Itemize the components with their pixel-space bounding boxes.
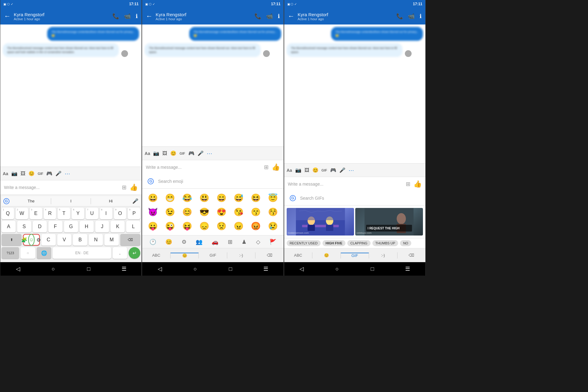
toolbar-emoji-1[interactable]: 😊 [28, 171, 35, 176]
emoji-bottom-abc[interactable]: ABC [142, 253, 170, 258]
info-icon-1[interactable]: ℹ [136, 13, 138, 20]
emoji-19[interactable]: 😞 [196, 219, 213, 233]
key-comma-bottom[interactable]: ○ [21, 247, 35, 259]
video-icon-3[interactable]: 📹 [408, 13, 415, 20]
message-input-3[interactable]: Write a message... [288, 182, 403, 187]
key-S[interactable]: S [17, 221, 31, 232]
message-like-2[interactable]: 👍 [272, 163, 280, 171]
nav-square-2[interactable]: □ [224, 263, 237, 275]
emoji-bottom-gif[interactable]: GIF [199, 253, 227, 258]
gif-tag-no[interactable]: NO [400, 240, 411, 246]
key-puzzle[interactable]: 🧩 [21, 234, 27, 246]
emoji-14[interactable]: 😙 [247, 205, 264, 219]
nav-home-3[interactable]: ○ [331, 263, 343, 275]
key-G[interactable]: G [64, 221, 78, 232]
gif-tag-recently[interactable]: RECENTLY USED [287, 240, 321, 246]
emoji-15[interactable]: 😚 [265, 205, 281, 219]
emoji-11[interactable]: 😎 [196, 205, 213, 219]
toolbar-more-1[interactable]: ⋯ [65, 170, 70, 177]
emoji-9[interactable]: 😉 [162, 205, 178, 219]
toolbar-more-2[interactable]: ⋯ [207, 150, 212, 157]
key-globe[interactable]: 🌐 [37, 247, 51, 259]
message-like-1[interactable]: 👍 [130, 183, 138, 191]
emoji-0[interactable]: 😀 [145, 191, 161, 205]
gif-bottom-gif[interactable]: GIF [341, 253, 369, 258]
key-Q[interactable]: 1Q [2, 208, 14, 219]
emoji-20[interactable]: 😟 [213, 219, 230, 233]
cat-people[interactable]: 👥 [196, 239, 202, 245]
info-icon-3[interactable]: ℹ [420, 13, 422, 20]
key-emoji-highlighted[interactable]: ☺ [28, 234, 34, 246]
toolbar-gif-1[interactable]: GIF [38, 172, 43, 175]
key-D[interactable]: D [33, 221, 47, 232]
call-icon-2[interactable]: 📞 [254, 13, 261, 20]
key-gear[interactable]: ⚙ [36, 234, 42, 246]
back-button-3[interactable]: ← [288, 12, 295, 20]
emoji-16[interactable]: 😛 [145, 219, 161, 233]
toolbar-game-3[interactable]: 🎮 [330, 167, 336, 173]
emoji-bottom-emoji[interactable]: 😊 [171, 253, 198, 258]
emoji-7[interactable]: 😇 [265, 191, 281, 205]
emoji-17[interactable]: 😜 [162, 219, 178, 233]
key-space[interactable]: EN · DE [53, 247, 111, 259]
emoji-13[interactable]: 😘 [230, 205, 247, 219]
cat-faces[interactable]: 😊 [165, 239, 172, 245]
emoji-10[interactable]: 😊 [179, 205, 195, 219]
cat-settings[interactable]: ⚙ [182, 239, 187, 245]
gif-bottom-emoji[interactable]: 😊 [312, 253, 340, 258]
toolbar-emoji-2[interactable]: 😊 [170, 150, 176, 156]
toolbar-camera-3[interactable]: 📷 [295, 167, 301, 173]
cat-flag[interactable]: 🚩 [270, 239, 276, 245]
key-backspace[interactable]: ⌫ [120, 234, 140, 246]
gif-bottom-abc[interactable]: ABC [284, 253, 312, 258]
key-I[interactable]: 8I [100, 208, 112, 219]
toolbar-gif-2[interactable]: GIF [179, 152, 185, 155]
key-P[interactable]: 0P [128, 208, 140, 219]
nav-square-3[interactable]: □ [366, 263, 379, 275]
nav-back-3[interactable]: ◁ [296, 263, 308, 275]
key-B[interactable]: B [73, 234, 87, 246]
emoji-5[interactable]: 😅 [230, 191, 247, 205]
nav-home-2[interactable]: ○ [189, 263, 201, 275]
key-O[interactable]: 9O [114, 208, 126, 219]
emoji-23[interactable]: 😢 [265, 219, 281, 233]
toolbar-mic-3[interactable]: 🎤 [339, 167, 345, 173]
cat-diamond[interactable]: ◇ [256, 239, 260, 245]
toolbar-aa-2[interactable]: Aa [145, 151, 150, 156]
message-like-3[interactable]: 👍 [413, 180, 422, 188]
key-N[interactable]: N [89, 234, 103, 246]
key-enter[interactable]: ↵ [129, 247, 140, 259]
mic-suggestion-1[interactable]: 🎤 [132, 198, 138, 204]
emoji-22[interactable]: 😡 [247, 219, 264, 233]
nav-menu-1[interactable]: ☰ [118, 263, 130, 275]
emoji-search-input[interactable]: Search emoji [158, 179, 280, 184]
emoji-8[interactable]: 😈 [145, 205, 161, 219]
nav-home-1[interactable]: ○ [47, 263, 59, 275]
call-icon-3[interactable]: 📞 [396, 13, 403, 20]
emoji-6[interactable]: 😆 [247, 191, 264, 205]
cat-transport[interactable]: 🚗 [212, 239, 218, 245]
suggestion-2[interactable]: I [51, 197, 91, 205]
key-R[interactable]: 4R [44, 208, 56, 219]
key-U[interactable]: 7U [86, 208, 98, 219]
toolbar-aa-3[interactable]: Aa [287, 168, 292, 173]
toolbar-more-3[interactable]: ⋯ [349, 167, 354, 174]
gif-tag-highfive[interactable]: HIGH FIVE [322, 240, 345, 246]
key-H[interactable]: H [80, 221, 94, 232]
toolbar-emoji-3[interactable]: 😊 [312, 167, 318, 173]
cat-grid[interactable]: ⊞ [228, 239, 232, 245]
key-M[interactable]: M [104, 234, 119, 246]
suggestion-3[interactable]: Hi [91, 197, 130, 205]
back-button-2[interactable]: ← [146, 12, 153, 20]
key-K[interactable]: K [111, 221, 125, 232]
toolbar-game-2[interactable]: 🎮 [188, 150, 194, 156]
emoji-12[interactable]: 😍 [213, 205, 230, 219]
key-shift[interactable]: ⬆ [2, 234, 21, 246]
emoji-4[interactable]: 😄 [213, 191, 230, 205]
key-A[interactable]: A [2, 221, 16, 232]
message-input-1[interactable]: Write a message... [4, 185, 119, 190]
key-C[interactable]: C [41, 234, 56, 246]
toolbar-image-1[interactable]: 🖼 [21, 171, 25, 176]
toolbar-image-3[interactable]: 🖼 [304, 168, 309, 173]
emoji-bottom-backspace[interactable]: ⌫ [255, 253, 283, 258]
